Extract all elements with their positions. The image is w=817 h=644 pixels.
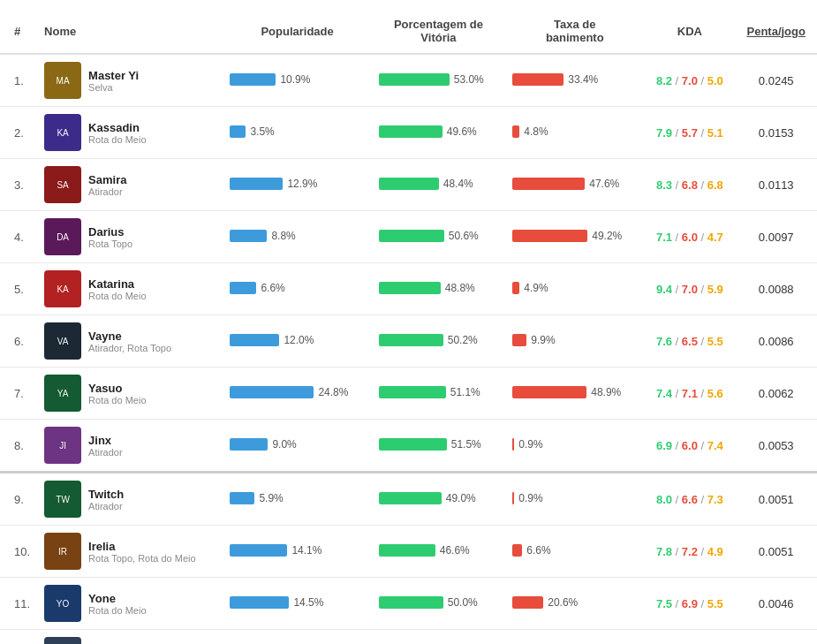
kda-cell: 7.6 / 6.5 / 5.5 <box>644 315 735 367</box>
champion-cell: AP Aphelios Atirador <box>37 630 223 645</box>
winrate-value: 48.4% <box>443 178 473 190</box>
winrate-cell: 48.4% <box>372 159 505 211</box>
banrate-bar <box>512 178 585 190</box>
table-row: 6. VA Vayne Atirador, Rota Topo 12.0% 50… <box>0 315 817 367</box>
champion-icon: TW <box>44 481 81 518</box>
winrate-value: 49.0% <box>446 492 476 504</box>
banrate-cell: 4.9% <box>505 263 644 315</box>
banrate-bar <box>512 386 586 398</box>
popularity-value: 12.0% <box>284 334 314 346</box>
champion-role: Rota Topo <box>88 239 132 249</box>
kda-cell: 8.2 / 7.0 / 5.0 <box>644 54 735 107</box>
champion-cell: KA Katarina Rota do Meio <box>37 263 223 315</box>
champion-cell: YA Yasuo Rota do Meio <box>37 367 223 420</box>
champion-icon: MA <box>44 62 81 99</box>
champion-icon: AP <box>44 637 81 644</box>
popularity-cell: 12.9% <box>223 159 371 211</box>
penta-cell: 0.0097 <box>735 211 817 263</box>
penta-cell: 0.0051 <box>735 473 817 526</box>
penta-cell: 0.0062 <box>735 367 817 420</box>
rank-cell: 2. <box>0 107 37 159</box>
banrate-bar <box>512 544 522 557</box>
winrate-bar <box>379 73 450 86</box>
winrate-bar <box>379 125 443 138</box>
kda-cell: 8.0 / 6.6 / 7.3 <box>644 473 735 526</box>
banrate-value: 4.9% <box>524 282 548 294</box>
banrate-value: 0.9% <box>518 492 542 504</box>
kda-cell: 6.3 / 6.6 / 6.7 <box>644 630 735 645</box>
winrate-cell: 48.8% <box>372 263 505 315</box>
champion-info: Samira Atirador <box>88 173 126 197</box>
penta-cell: 0.0088 <box>735 263 817 315</box>
penta-cell: 0.0245 <box>735 54 817 107</box>
rank-cell: 9. <box>0 473 37 526</box>
winrate-cell: 49.6% <box>372 107 505 159</box>
banrate-value: 0.9% <box>518 438 542 451</box>
banrate-value: 33.4% <box>568 73 598 86</box>
popularity-cell: 5.9% <box>223 473 371 526</box>
col-kda: KDA <box>644 9 735 54</box>
popularity-value: 8.8% <box>271 230 295 242</box>
rank-cell: 5. <box>0 263 37 315</box>
popularity-value: 10.9% <box>280 73 310 86</box>
table-row: 12. AP Aphelios Atirador 3.6% 47.8% <box>0 630 817 645</box>
table-row: 4. DA Darius Rota Topo 8.8% 50.6% <box>0 211 817 263</box>
champion-cell: SA Samira Atirador <box>37 159 223 211</box>
champion-name: Katarina <box>88 277 146 291</box>
champion-role: Rota do Meio <box>88 291 146 301</box>
champion-role: Rota do Meio <box>88 134 146 145</box>
col-rank: # <box>0 9 37 54</box>
popularity-cell: 3.5% <box>223 107 371 159</box>
popularity-bar <box>230 544 287 557</box>
col-penta: Penta/jogo <box>735 9 817 54</box>
popularity-bar <box>230 386 314 398</box>
champion-cell: JI Jinx Atirador <box>37 420 223 473</box>
table-row: 3. SA Samira Atirador 12.9% 48.4% <box>0 159 817 211</box>
penta-cell: 0.0053 <box>735 420 817 473</box>
popularity-value: 14.5% <box>293 596 323 609</box>
champion-icon: YO <box>44 585 81 622</box>
table-row: 1. MA Master Yi Selva 10.9% 53.0% <box>0 54 817 107</box>
champion-role: Atirador <box>88 447 123 458</box>
winrate-bar <box>379 178 439 190</box>
popularity-cell: 9.0% <box>223 420 371 473</box>
penta-cell: 0.0046 <box>735 578 817 630</box>
winrate-bar <box>379 334 443 346</box>
popularity-cell: 24.8% <box>223 367 371 420</box>
champion-name: Irelia <box>88 540 195 553</box>
kda-cell: 6.9 / 6.0 / 7.4 <box>644 420 735 473</box>
champion-icon: DA <box>44 218 81 255</box>
kda-cell: 7.5 / 6.9 / 5.5 <box>644 578 735 630</box>
winrate-cell: 47.8% <box>372 630 505 645</box>
champion-info: Yone Rota do Meio <box>88 592 146 616</box>
kda-cell: 7.9 / 5.7 / 5.1 <box>644 107 735 159</box>
kda-cell: 7.8 / 7.2 / 4.9 <box>644 526 735 578</box>
kda-cell: 7.4 / 7.1 / 5.6 <box>644 367 735 420</box>
banrate-bar <box>512 596 543 609</box>
winrate-cell: 51.1% <box>372 367 505 420</box>
champion-info: Kassadin Rota do Meio <box>88 121 146 145</box>
table-row: 7. YA Yasuo Rota do Meio 24.8% 51.1% <box>0 367 817 420</box>
col-winrate: Porcentagem de Vitória <box>372 9 505 54</box>
banrate-cell: 47.6% <box>505 159 644 211</box>
banrate-cell: 49.2% <box>505 211 644 263</box>
winrate-bar <box>379 492 442 504</box>
winrate-value: 51.1% <box>450 386 480 398</box>
champion-role: Rota do Meio <box>88 395 146 405</box>
popularity-bar <box>230 230 267 242</box>
winrate-bar <box>379 282 441 294</box>
champion-cell: MA Master Yi Selva <box>37 54 223 107</box>
champion-info: Vayne Atirador, Rota Topo <box>88 330 171 353</box>
winrate-cell: 53.0% <box>372 54 505 107</box>
kda-cell: 8.3 / 6.8 / 6.8 <box>644 159 735 211</box>
champion-name: Vayne <box>88 330 171 343</box>
winrate-value: 51.5% <box>451 438 481 451</box>
champion-icon: YA <box>44 375 81 412</box>
winrate-bar <box>379 596 443 609</box>
popularity-bar <box>230 178 283 190</box>
champion-cell: DA Darius Rota Topo <box>37 211 223 263</box>
banrate-value: 20.6% <box>548 596 578 609</box>
winrate-cell: 50.2% <box>372 315 505 367</box>
winrate-bar <box>379 386 446 398</box>
champion-icon: KA <box>44 114 81 151</box>
